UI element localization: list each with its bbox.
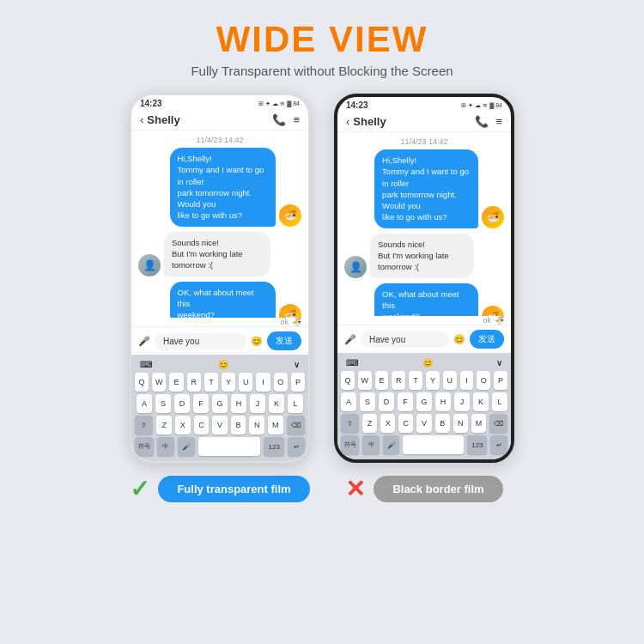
key-r[interactable]: R <box>187 373 201 392</box>
call-icon-right[interactable]: 📞 <box>475 115 489 128</box>
key-jr[interactable]: J <box>454 392 470 411</box>
emoji-icon-right[interactable]: 😊 <box>453 334 465 345</box>
kb-tool-icon1r[interactable]: ⌨ <box>346 358 358 368</box>
key-h[interactable]: H <box>231 394 246 413</box>
kb-row3-left: ⇧ Z X C V B N M ⌫ <box>135 416 305 434</box>
key-yr[interactable]: Y <box>426 371 440 390</box>
key-ar[interactable]: A <box>341 392 356 411</box>
kb-row3-right: ⇧ Z X C V B N M ⌫ <box>341 414 507 433</box>
key-del[interactable]: ⌫ <box>287 416 305 434</box>
key-gr[interactable]: G <box>416 392 432 411</box>
key-123-r[interactable]: 123 <box>467 435 487 454</box>
key-j[interactable]: J <box>250 394 265 413</box>
key-zh-r[interactable]: 中 <box>362 435 380 454</box>
key-l[interactable]: L <box>288 394 303 413</box>
input-field-right[interactable]: Have you <box>361 331 449 348</box>
key-a[interactable]: A <box>137 394 152 413</box>
key-g[interactable]: G <box>212 394 228 413</box>
mic-icon-left[interactable]: 🎤 <box>138 336 150 347</box>
key-xr[interactable]: X <box>380 414 395 433</box>
key-y[interactable]: Y <box>222 373 235 392</box>
msg-sent-2: OK, what about meet thisweekend? 🍜 <box>138 282 301 318</box>
key-u[interactable]: U <box>239 373 252 392</box>
kb-row1-right: Q W E R T Y U I O P <box>341 371 507 390</box>
key-p[interactable]: P <box>291 373 305 392</box>
key-q[interactable]: Q <box>135 373 149 392</box>
key-vr[interactable]: V <box>416 414 431 433</box>
key-shift-r[interactable]: ⇧ <box>341 414 359 433</box>
key-ur[interactable]: U <box>443 371 457 390</box>
key-nr[interactable]: N <box>453 414 468 433</box>
input-area-left[interactable]: 🎤 Have you 😊 发送 <box>131 326 308 355</box>
key-shift[interactable]: ⇧ <box>135 416 153 434</box>
key-k[interactable]: K <box>269 394 284 413</box>
status-icons-right: ⊞ ✦ ☁ ≋ ▓ 84 <box>461 102 502 109</box>
key-d[interactable]: D <box>174 394 190 413</box>
key-o[interactable]: O <box>274 373 288 392</box>
chat-header-right: ‹ Shelly 📞 ≡ <box>337 112 511 132</box>
key-ir[interactable]: I <box>460 371 474 390</box>
key-del-r[interactable]: ⌫ <box>489 414 507 433</box>
key-mr[interactable]: M <box>471 414 486 433</box>
key-s[interactable]: S <box>155 394 171 413</box>
key-kr[interactable]: K <box>473 392 489 411</box>
key-m[interactable]: M <box>268 416 283 434</box>
key-er[interactable]: E <box>375 371 389 390</box>
key-tr[interactable]: T <box>409 371 422 390</box>
call-icon-left[interactable]: 📞 <box>272 113 286 126</box>
key-v[interactable]: V <box>212 416 228 434</box>
input-field-left[interactable]: Have you <box>155 333 246 349</box>
back-btn-left[interactable]: ‹ <box>140 113 143 126</box>
key-wr[interactable]: W <box>358 371 372 390</box>
key-br[interactable]: B <box>435 414 450 433</box>
emoji-icon-left[interactable]: 😊 <box>251 336 263 347</box>
key-sym-r[interactable]: 符号 <box>341 435 359 454</box>
key-space[interactable] <box>198 437 261 456</box>
kb-tool-icon2r[interactable]: 😊 <box>422 358 433 368</box>
msg-sent-r1: Hi,Shelly!Tommy and I want to go in roll… <box>344 149 504 228</box>
contact-name-left: Shelly <box>147 113 179 126</box>
back-btn-right[interactable]: ‹ <box>346 115 349 128</box>
key-zr[interactable]: Z <box>362 414 377 433</box>
key-c[interactable]: C <box>194 416 210 434</box>
bubble-sent-1: Hi,Shelly!Tommy and I want to go in roll… <box>170 148 276 227</box>
key-z[interactable]: Z <box>156 416 172 434</box>
kb-tool-icon3r[interactable]: ∨ <box>496 358 502 368</box>
label-left: ✓ Fully transparent film <box>130 475 309 503</box>
key-rr[interactable]: R <box>392 371 405 390</box>
key-mic2-r[interactable]: 🎤 <box>383 435 400 454</box>
key-sym[interactable]: 符号 <box>135 437 154 456</box>
input-area-right[interactable]: 🎤 Have you 😊 发送 <box>337 325 511 353</box>
key-enter[interactable]: ↵ <box>288 437 305 456</box>
key-or[interactable]: O <box>477 371 490 390</box>
send-btn-right[interactable]: 发送 <box>470 330 504 349</box>
key-space-r[interactable] <box>403 435 464 454</box>
key-t[interactable]: T <box>204 373 218 392</box>
key-123[interactable]: 123 <box>264 437 284 456</box>
key-enter-r[interactable]: ↵ <box>490 435 507 454</box>
key-zh[interactable]: 中 <box>157 437 174 456</box>
kb-tool-icon1[interactable]: ⌨ <box>140 360 152 369</box>
key-pr[interactable]: P <box>494 371 507 390</box>
key-dr[interactable]: D <box>379 392 394 411</box>
kb-tool-icon2[interactable]: 😊 <box>218 360 228 369</box>
mic-icon-right[interactable]: 🎤 <box>344 334 356 345</box>
key-mic2[interactable]: 🎤 <box>178 437 195 456</box>
key-f[interactable]: F <box>193 394 209 413</box>
key-lr[interactable]: L <box>492 392 507 411</box>
key-i[interactable]: I <box>256 373 270 392</box>
send-btn-left[interactable]: 发送 <box>267 331 301 350</box>
key-hr[interactable]: H <box>435 392 451 411</box>
key-fr[interactable]: F <box>398 392 413 411</box>
key-x[interactable]: X <box>175 416 191 434</box>
key-cr[interactable]: C <box>398 414 413 433</box>
key-w[interactable]: W <box>152 373 166 392</box>
key-b[interactable]: B <box>231 416 246 434</box>
menu-icon-right[interactable]: ≡ <box>495 115 502 128</box>
menu-icon-left[interactable]: ≡ <box>293 113 300 126</box>
key-qr[interactable]: Q <box>341 371 355 390</box>
key-n[interactable]: N <box>249 416 264 434</box>
key-e[interactable]: E <box>169 373 183 392</box>
key-sr[interactable]: S <box>360 392 375 411</box>
kb-tool-icon3[interactable]: ∨ <box>294 360 300 369</box>
